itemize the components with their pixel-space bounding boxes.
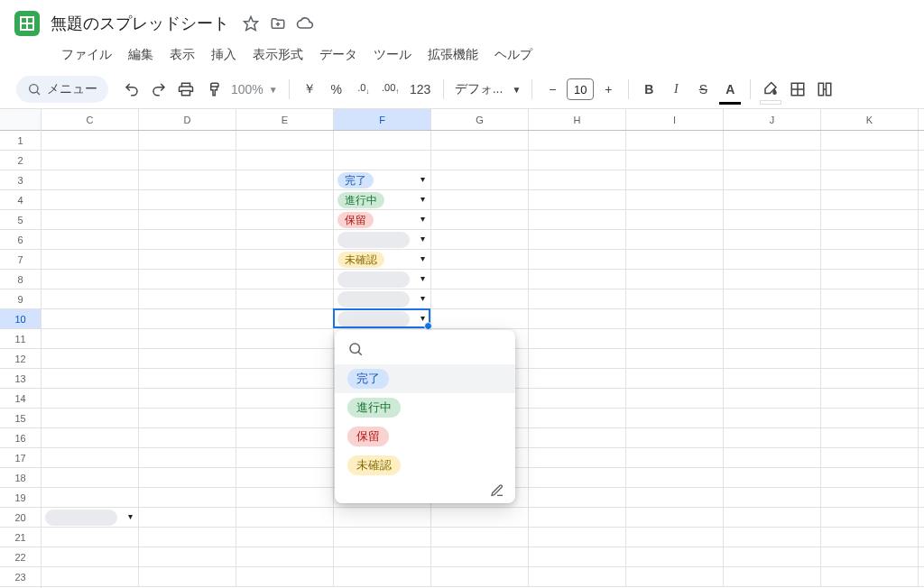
chip[interactable] xyxy=(337,291,410,308)
cell[interactable] xyxy=(139,567,236,586)
cell[interactable] xyxy=(139,329,236,348)
column-header[interactable]: J xyxy=(724,109,821,130)
cell[interactable] xyxy=(42,567,139,586)
cell[interactable] xyxy=(821,488,919,507)
chevron-down-icon[interactable]: ▾ xyxy=(420,194,425,204)
column-header[interactable]: F xyxy=(334,109,431,130)
cell[interactable] xyxy=(431,289,529,308)
cell[interactable] xyxy=(529,528,626,547)
chevron-down-icon[interactable]: ▾ xyxy=(420,253,425,263)
cell[interactable] xyxy=(724,508,821,527)
cell[interactable] xyxy=(529,190,626,209)
cell[interactable] xyxy=(334,547,431,566)
cell[interactable] xyxy=(626,170,724,189)
cell[interactable] xyxy=(821,409,919,427)
cell[interactable] xyxy=(139,151,236,170)
cell[interactable] xyxy=(626,369,724,388)
cell[interactable] xyxy=(236,270,334,289)
column-header[interactable]: E xyxy=(236,109,334,130)
cell[interactable] xyxy=(236,428,334,447)
row-header[interactable]: 9 xyxy=(0,289,41,309)
row-header[interactable]: 6 xyxy=(0,230,41,250)
cell[interactable] xyxy=(821,369,919,388)
cell[interactable] xyxy=(431,528,529,547)
row-header[interactable]: 3 xyxy=(0,170,41,190)
italic-button[interactable]: I xyxy=(663,76,688,103)
cell[interactable] xyxy=(334,131,431,150)
cell[interactable] xyxy=(236,250,334,269)
cell[interactable] xyxy=(626,309,724,328)
dropdown-option[interactable]: 完了 xyxy=(335,364,515,393)
cell[interactable] xyxy=(724,349,821,368)
fill-color-button[interactable] xyxy=(758,76,783,103)
cell[interactable] xyxy=(42,210,139,229)
cell[interactable] xyxy=(42,547,139,566)
cell[interactable] xyxy=(529,329,626,348)
cell[interactable] xyxy=(42,468,139,487)
cell[interactable] xyxy=(431,567,529,586)
cell[interactable] xyxy=(431,131,529,150)
cell[interactable] xyxy=(529,309,626,328)
cell[interactable] xyxy=(139,131,236,150)
chip[interactable]: 完了 xyxy=(337,172,374,188)
cell[interactable] xyxy=(724,409,821,427)
format-percent-button[interactable]: % xyxy=(324,76,349,103)
cell[interactable] xyxy=(236,329,334,348)
cell[interactable] xyxy=(139,528,236,547)
cell[interactable] xyxy=(431,250,529,269)
cell[interactable] xyxy=(724,369,821,388)
merge-cells-button[interactable] xyxy=(812,76,837,103)
dropdown-search[interactable] xyxy=(335,337,515,364)
cell[interactable] xyxy=(431,309,529,328)
cell[interactable] xyxy=(724,329,821,348)
cell[interactable] xyxy=(236,190,334,209)
cell[interactable] xyxy=(626,468,724,487)
chevron-down-icon[interactable]: ▾ xyxy=(420,313,425,323)
cell[interactable] xyxy=(724,230,821,249)
cell[interactable] xyxy=(236,528,334,547)
cell[interactable] xyxy=(626,547,724,566)
cell[interactable] xyxy=(724,468,821,487)
cell[interactable]: 進行中▾ xyxy=(334,190,431,209)
chip[interactable] xyxy=(337,232,410,248)
cell[interactable] xyxy=(139,488,236,507)
cell[interactable] xyxy=(821,230,919,249)
row-header[interactable]: 18 xyxy=(0,468,41,488)
borders-button[interactable] xyxy=(785,76,810,103)
cell[interactable] xyxy=(821,151,919,170)
cell[interactable] xyxy=(724,289,821,308)
cell[interactable] xyxy=(529,369,626,388)
format-currency-button[interactable]: ￥ xyxy=(297,76,322,103)
cell[interactable] xyxy=(139,270,236,289)
cell[interactable] xyxy=(724,131,821,150)
cell[interactable] xyxy=(626,567,724,586)
cell[interactable] xyxy=(724,428,821,447)
menu-item-4[interactable]: 表示形式 xyxy=(245,43,310,67)
cell[interactable] xyxy=(42,250,139,269)
cell[interactable] xyxy=(236,309,334,328)
cell[interactable] xyxy=(139,190,236,209)
cell[interactable] xyxy=(626,131,724,150)
column-header[interactable]: H xyxy=(529,109,626,130)
cell[interactable] xyxy=(42,170,139,189)
cell[interactable] xyxy=(529,210,626,229)
cell[interactable] xyxy=(821,468,919,487)
cell[interactable] xyxy=(626,349,724,368)
cell[interactable] xyxy=(139,369,236,388)
chip[interactable]: 未確認 xyxy=(337,252,384,268)
cell[interactable] xyxy=(821,528,919,547)
cell[interactable] xyxy=(626,428,724,447)
cell[interactable] xyxy=(236,210,334,229)
cell[interactable] xyxy=(236,448,334,467)
cell[interactable] xyxy=(431,170,529,189)
menu-item-0[interactable]: ファイル xyxy=(54,43,119,67)
cell[interactable] xyxy=(42,488,139,507)
cell[interactable] xyxy=(724,547,821,566)
cell[interactable] xyxy=(821,210,919,229)
row-header[interactable]: 14 xyxy=(0,389,41,409)
increase-decimal-button[interactable]: .00↑ xyxy=(378,76,403,103)
row-header[interactable]: 22 xyxy=(0,547,41,567)
cell[interactable] xyxy=(139,170,236,189)
cell[interactable] xyxy=(431,151,529,170)
cell[interactable] xyxy=(42,230,139,249)
